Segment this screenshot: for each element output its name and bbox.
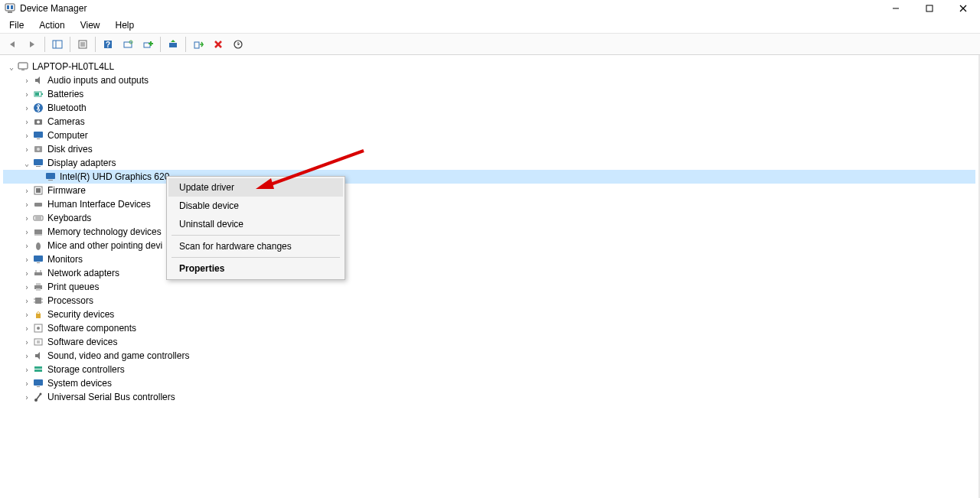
chevron-right-icon[interactable]: › [21, 187, 32, 195]
chevron-right-icon[interactable]: › [21, 338, 32, 347]
tree-item-firmware[interactable]: ›Firmware [3, 184, 975, 197]
svg-rect-45 [34, 216, 43, 220]
menu-file[interactable]: File [2, 18, 31, 32]
chevron-right-icon[interactable]: › [21, 228, 32, 236]
expander-open-icon[interactable]: ⌄ [21, 159, 32, 168]
update-driver-button[interactable] [164, 36, 182, 53]
disable-device-button[interactable] [209, 36, 227, 53]
tree-item-disk[interactable]: ›Disk drives [3, 142, 975, 156]
tree-item-bluetooth[interactable]: ›Bluetooth [3, 101, 975, 115]
chevron-right-icon[interactable]: › [21, 311, 32, 319]
svg-line-79 [36, 394, 41, 400]
svg-rect-71 [34, 339, 42, 345]
ctx-update-driver[interactable]: Update driver [168, 178, 343, 197]
svg-rect-3 [11, 5, 13, 9]
toolbar-separator [160, 37, 161, 52]
tree-item-hid[interactable]: ›Human Interface Devices [3, 197, 975, 211]
tree-root[interactable]: ⌄ LAPTOP-HL0TL4LL [3, 60, 975, 73]
svg-rect-56 [37, 262, 40, 263]
chevron-right-icon[interactable]: › [21, 132, 32, 140]
scan-hardware-button[interactable] [119, 36, 137, 53]
svg-rect-43 [36, 188, 41, 193]
tree-item-printq[interactable]: ›Print queues [3, 280, 975, 294]
menu-action[interactable]: Action [31, 18, 72, 32]
chevron-right-icon[interactable]: › [21, 379, 32, 388]
forward-button[interactable] [23, 36, 41, 53]
minimize-button[interactable] [879, 0, 913, 17]
svg-point-70 [37, 327, 40, 330]
svg-rect-1 [8, 11, 12, 13]
svg-point-54 [36, 242, 41, 250]
tree-item-sysdev[interactable]: ›System devices [3, 376, 975, 390]
tree-item-audio[interactable]: ›Audio inputs and outputs [3, 73, 975, 87]
chevron-right-icon[interactable]: › [21, 256, 32, 264]
properties-button[interactable] [74, 36, 92, 53]
blank [34, 173, 44, 181]
menu-view[interactable]: View [73, 18, 108, 32]
softdev-icon [32, 336, 44, 348]
svg-rect-2 [7, 5, 9, 9]
tree-item-softcomp[interactable]: ›Software components [3, 321, 975, 335]
uninstall-device-button[interactable] [229, 36, 247, 53]
chevron-right-icon[interactable]: › [21, 269, 32, 278]
svg-rect-22 [194, 42, 199, 48]
tree-item-memtech[interactable]: ›Memory technology devices [3, 225, 975, 239]
chevron-right-icon[interactable]: › [21, 324, 32, 333]
sound-icon [32, 350, 44, 362]
svg-rect-77 [37, 386, 40, 387]
tree-item-batteries[interactable]: ›Batteries [3, 87, 975, 101]
chevron-right-icon[interactable]: › [21, 214, 32, 223]
maximize-button[interactable] [913, 0, 946, 17]
chevron-right-icon[interactable]: › [21, 145, 32, 154]
svg-rect-57 [34, 272, 42, 275]
ctx-uninstall-device[interactable]: Uninstall device [168, 215, 343, 233]
ctx-scan-hardware[interactable]: Scan for hardware changes [168, 237, 343, 256]
tree-item-usb[interactable]: ›Universal Serial Bus controllers [3, 390, 975, 404]
menu-help[interactable]: Help [108, 18, 142, 32]
ctx-disable-device[interactable]: Disable device [168, 197, 343, 215]
tree-item-security[interactable]: ›Security devices [3, 308, 975, 321]
tree-item-keyboards[interactable]: ›Keyboards [3, 211, 975, 225]
chevron-right-icon[interactable]: › [21, 200, 32, 209]
tree-item-svgc[interactable]: ›Sound, video and game controllers [3, 349, 975, 363]
monitor-icon [32, 253, 44, 265]
chevron-right-icon[interactable]: › [21, 76, 32, 85]
chevron-right-icon[interactable]: › [21, 352, 32, 360]
tree-item-network[interactable]: ›Network adapters [3, 266, 975, 280]
chevron-right-icon[interactable]: › [21, 104, 32, 112]
tree-item-monitors[interactable]: ›Monitors [3, 252, 975, 266]
close-button[interactable] [946, 0, 980, 17]
ctx-properties[interactable]: Properties [168, 259, 343, 278]
tree-item-display[interactable]: ⌄Display adapters [3, 156, 975, 170]
chevron-right-icon[interactable]: › [21, 297, 32, 305]
tree-item-display-child-selected[interactable]: Intel(R) UHD Graphics 620 [3, 170, 975, 184]
expander-open-icon[interactable]: ⌄ [6, 63, 17, 71]
chevron-right-icon[interactable]: › [21, 366, 32, 374]
svg-rect-21 [169, 43, 177, 47]
gpu-icon [44, 171, 57, 183]
chevron-right-icon[interactable]: › [21, 393, 32, 402]
chevron-right-icon[interactable]: › [21, 283, 32, 291]
tree-item-mice[interactable]: ›Mice and other pointing devi [3, 239, 975, 252]
chevron-right-icon[interactable]: › [21, 118, 32, 126]
context-menu: Update driver Disable device Uninstall d… [166, 176, 345, 280]
svg-text:?: ? [106, 41, 110, 49]
tree-item-softdev[interactable]: ›Software devices [3, 335, 975, 349]
cpu-icon [32, 295, 44, 307]
back-button[interactable] [3, 36, 21, 53]
svg-rect-27 [21, 70, 24, 70]
add-hardware-button[interactable] [139, 36, 157, 53]
tree-item-computer[interactable]: ›Computer [3, 129, 975, 142]
chevron-right-icon[interactable]: › [21, 242, 32, 250]
battery-icon [32, 88, 44, 100]
help-button[interactable]: ? [99, 36, 117, 53]
device-tree[interactable]: ⌄ LAPTOP-HL0TL4LL ›Audio inputs and outp… [0, 55, 980, 498]
svg-rect-5 [926, 5, 933, 11]
chevron-right-icon[interactable]: › [21, 90, 32, 99]
show-hide-tree-button[interactable] [48, 36, 67, 53]
tree-item-processors[interactable]: ›Processors [3, 294, 975, 308]
tree-item-storage[interactable]: ›Storage controllers [3, 363, 975, 376]
tree-item-cameras[interactable]: ›Cameras [3, 115, 975, 129]
usb-icon [32, 391, 44, 403]
enable-device-button[interactable] [189, 36, 207, 53]
